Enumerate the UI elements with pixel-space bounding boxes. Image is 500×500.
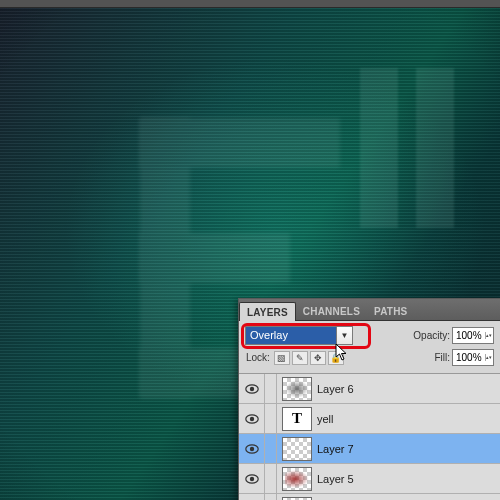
link-column (265, 374, 277, 403)
canvas-bars (360, 68, 454, 228)
svg-point-3 (249, 416, 253, 420)
fill-value: 100% (453, 352, 485, 363)
opacity-label: Opacity: (413, 330, 450, 341)
blend-mode-value: Overlay (246, 327, 337, 344)
chevron-down-icon: ▼ (337, 327, 352, 344)
layer-row[interactable]: Tyell (239, 404, 500, 434)
lock-label: Lock: (246, 352, 270, 363)
panel-controls: Overlay ▼ Opacity: 100% ▴▾ Lock: ▧ ✎ ✥ 🔒 (239, 321, 500, 373)
visibility-eye-icon[interactable] (239, 494, 265, 500)
layer-thumbnail[interactable] (282, 377, 312, 401)
layer-row[interactable]: Layer 6 (239, 374, 500, 404)
layer-row[interactable]: Layer 5 (239, 464, 500, 494)
brush-lock-icon[interactable]: ✎ (292, 351, 308, 365)
layer-thumbnail[interactable] (282, 497, 312, 501)
link-column (265, 464, 277, 493)
opacity-field[interactable]: 100% ▴▾ (452, 327, 494, 344)
app-toolbar (0, 0, 500, 8)
opacity-stepper[interactable]: ▴▾ (485, 332, 493, 339)
layer-list: Layer 6TyellLayer 7Layer 5Layer 4 (239, 373, 500, 500)
fill-field[interactable]: 100% ▴▾ (452, 349, 494, 366)
layers-panel: LAYERS CHANNELS PATHS Overlay ▼ Opacity:… (238, 298, 500, 500)
fill-stepper[interactable]: ▴▾ (485, 354, 493, 361)
tab-paths[interactable]: PATHS (367, 302, 414, 320)
link-column (265, 404, 277, 433)
layer-name[interactable]: yell (317, 413, 334, 425)
layer-row[interactable]: Layer 4 (239, 494, 500, 500)
layer-thumbnail[interactable]: T (282, 407, 312, 431)
link-column (265, 434, 277, 463)
visibility-eye-icon[interactable] (239, 464, 265, 493)
layer-name[interactable]: Layer 7 (317, 443, 354, 455)
move-lock-icon[interactable]: ✥ (310, 351, 326, 365)
layer-name[interactable]: Layer 5 (317, 473, 354, 485)
fill-label: Fill: (434, 352, 450, 363)
visibility-eye-icon[interactable] (239, 434, 265, 463)
tab-layers[interactable]: LAYERS (239, 302, 296, 321)
layer-name[interactable]: Layer 6 (317, 383, 354, 395)
panel-tabs: LAYERS CHANNELS PATHS (239, 299, 500, 321)
tab-channels[interactable]: CHANNELS (296, 302, 367, 320)
lock-all-icon[interactable]: 🔒 (328, 351, 344, 365)
layer-thumbnail[interactable] (282, 437, 312, 461)
transparency-lock-icon[interactable]: ▧ (274, 351, 290, 365)
layer-row[interactable]: Layer 7 (239, 434, 500, 464)
lock-icons-group: ▧ ✎ ✥ 🔒 (274, 351, 344, 365)
opacity-value: 100% (453, 330, 485, 341)
layer-thumbnail[interactable] (282, 467, 312, 491)
link-column (265, 494, 277, 500)
svg-point-7 (249, 476, 253, 480)
svg-point-1 (249, 386, 253, 390)
svg-point-5 (249, 446, 253, 450)
visibility-eye-icon[interactable] (239, 374, 265, 403)
visibility-eye-icon[interactable] (239, 404, 265, 433)
blend-mode-dropdown[interactable]: Overlay ▼ (245, 326, 353, 345)
